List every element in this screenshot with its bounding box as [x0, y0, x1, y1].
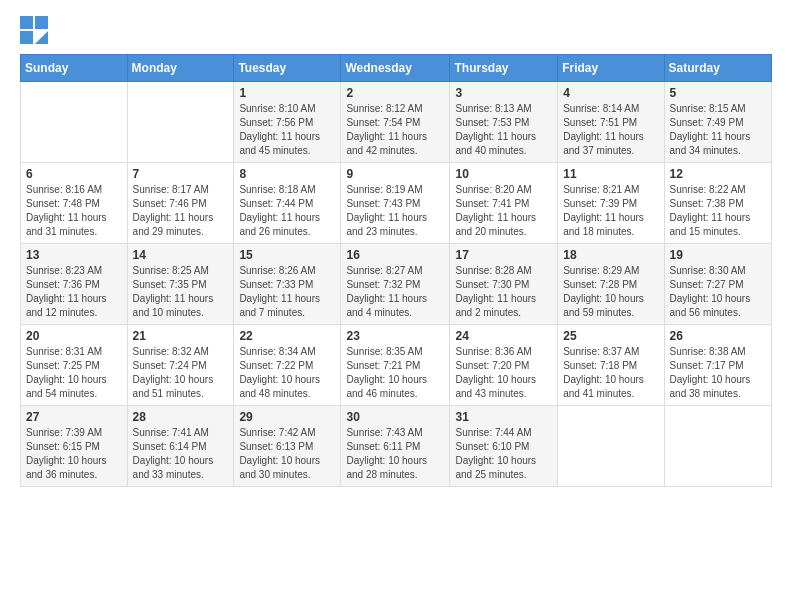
calendar-cell: 29Sunrise: 7:42 AM Sunset: 6:13 PM Dayli…	[234, 406, 341, 487]
calendar-cell	[664, 406, 771, 487]
svg-rect-1	[35, 16, 48, 29]
calendar-cell: 4Sunrise: 8:14 AM Sunset: 7:51 PM Daylig…	[558, 82, 664, 163]
day-info: Sunrise: 8:19 AM Sunset: 7:43 PM Dayligh…	[346, 183, 444, 239]
day-number: 23	[346, 329, 444, 343]
weekday-row: SundayMondayTuesdayWednesdayThursdayFrid…	[21, 55, 772, 82]
weekday-tuesday: Tuesday	[234, 55, 341, 82]
day-info: Sunrise: 8:10 AM Sunset: 7:56 PM Dayligh…	[239, 102, 335, 158]
calendar-cell: 3Sunrise: 8:13 AM Sunset: 7:53 PM Daylig…	[450, 82, 558, 163]
day-number: 30	[346, 410, 444, 424]
day-number: 19	[670, 248, 766, 262]
calendar-cell: 20Sunrise: 8:31 AM Sunset: 7:25 PM Dayli…	[21, 325, 128, 406]
day-info: Sunrise: 8:32 AM Sunset: 7:24 PM Dayligh…	[133, 345, 229, 401]
day-number: 26	[670, 329, 766, 343]
logo-icon	[20, 16, 48, 44]
day-info: Sunrise: 8:22 AM Sunset: 7:38 PM Dayligh…	[670, 183, 766, 239]
day-number: 31	[455, 410, 552, 424]
day-number: 3	[455, 86, 552, 100]
calendar-cell	[558, 406, 664, 487]
day-number: 21	[133, 329, 229, 343]
day-info: Sunrise: 8:26 AM Sunset: 7:33 PM Dayligh…	[239, 264, 335, 320]
calendar-cell: 23Sunrise: 8:35 AM Sunset: 7:21 PM Dayli…	[341, 325, 450, 406]
calendar-header: SundayMondayTuesdayWednesdayThursdayFrid…	[21, 55, 772, 82]
day-number: 4	[563, 86, 658, 100]
day-number: 20	[26, 329, 122, 343]
day-number: 29	[239, 410, 335, 424]
calendar-cell: 7Sunrise: 8:17 AM Sunset: 7:46 PM Daylig…	[127, 163, 234, 244]
calendar-cell: 31Sunrise: 7:44 AM Sunset: 6:10 PM Dayli…	[450, 406, 558, 487]
day-info: Sunrise: 8:15 AM Sunset: 7:49 PM Dayligh…	[670, 102, 766, 158]
day-info: Sunrise: 8:18 AM Sunset: 7:44 PM Dayligh…	[239, 183, 335, 239]
weekday-wednesday: Wednesday	[341, 55, 450, 82]
calendar-cell: 12Sunrise: 8:22 AM Sunset: 7:38 PM Dayli…	[664, 163, 771, 244]
calendar-cell: 25Sunrise: 8:37 AM Sunset: 7:18 PM Dayli…	[558, 325, 664, 406]
day-number: 24	[455, 329, 552, 343]
calendar-cell: 17Sunrise: 8:28 AM Sunset: 7:30 PM Dayli…	[450, 244, 558, 325]
day-number: 18	[563, 248, 658, 262]
day-info: Sunrise: 8:23 AM Sunset: 7:36 PM Dayligh…	[26, 264, 122, 320]
calendar-cell: 2Sunrise: 8:12 AM Sunset: 7:54 PM Daylig…	[341, 82, 450, 163]
day-info: Sunrise: 8:37 AM Sunset: 7:18 PM Dayligh…	[563, 345, 658, 401]
calendar-cell: 13Sunrise: 8:23 AM Sunset: 7:36 PM Dayli…	[21, 244, 128, 325]
svg-rect-2	[20, 31, 33, 44]
svg-rect-0	[20, 16, 33, 29]
day-info: Sunrise: 8:14 AM Sunset: 7:51 PM Dayligh…	[563, 102, 658, 158]
day-number: 15	[239, 248, 335, 262]
calendar-body: 1Sunrise: 8:10 AM Sunset: 7:56 PM Daylig…	[21, 82, 772, 487]
day-number: 2	[346, 86, 444, 100]
day-info: Sunrise: 8:13 AM Sunset: 7:53 PM Dayligh…	[455, 102, 552, 158]
day-info: Sunrise: 8:21 AM Sunset: 7:39 PM Dayligh…	[563, 183, 658, 239]
day-number: 5	[670, 86, 766, 100]
day-info: Sunrise: 8:17 AM Sunset: 7:46 PM Dayligh…	[133, 183, 229, 239]
calendar-cell: 16Sunrise: 8:27 AM Sunset: 7:32 PM Dayli…	[341, 244, 450, 325]
day-number: 8	[239, 167, 335, 181]
day-number: 14	[133, 248, 229, 262]
calendar-week-3: 13Sunrise: 8:23 AM Sunset: 7:36 PM Dayli…	[21, 244, 772, 325]
weekday-monday: Monday	[127, 55, 234, 82]
calendar-cell: 27Sunrise: 7:39 AM Sunset: 6:15 PM Dayli…	[21, 406, 128, 487]
weekday-sunday: Sunday	[21, 55, 128, 82]
day-number: 27	[26, 410, 122, 424]
calendar-cell: 18Sunrise: 8:29 AM Sunset: 7:28 PM Dayli…	[558, 244, 664, 325]
day-info: Sunrise: 7:43 AM Sunset: 6:11 PM Dayligh…	[346, 426, 444, 482]
day-info: Sunrise: 8:31 AM Sunset: 7:25 PM Dayligh…	[26, 345, 122, 401]
calendar-cell: 8Sunrise: 8:18 AM Sunset: 7:44 PM Daylig…	[234, 163, 341, 244]
day-info: Sunrise: 7:39 AM Sunset: 6:15 PM Dayligh…	[26, 426, 122, 482]
day-number: 9	[346, 167, 444, 181]
weekday-thursday: Thursday	[450, 55, 558, 82]
calendar-cell: 28Sunrise: 7:41 AM Sunset: 6:14 PM Dayli…	[127, 406, 234, 487]
day-number: 7	[133, 167, 229, 181]
calendar-cell: 21Sunrise: 8:32 AM Sunset: 7:24 PM Dayli…	[127, 325, 234, 406]
calendar-week-2: 6Sunrise: 8:16 AM Sunset: 7:48 PM Daylig…	[21, 163, 772, 244]
day-info: Sunrise: 7:42 AM Sunset: 6:13 PM Dayligh…	[239, 426, 335, 482]
weekday-saturday: Saturday	[664, 55, 771, 82]
calendar-cell	[127, 82, 234, 163]
logo	[20, 16, 52, 44]
calendar-cell: 15Sunrise: 8:26 AM Sunset: 7:33 PM Dayli…	[234, 244, 341, 325]
day-info: Sunrise: 8:29 AM Sunset: 7:28 PM Dayligh…	[563, 264, 658, 320]
calendar-cell: 22Sunrise: 8:34 AM Sunset: 7:22 PM Dayli…	[234, 325, 341, 406]
day-info: Sunrise: 7:41 AM Sunset: 6:14 PM Dayligh…	[133, 426, 229, 482]
weekday-friday: Friday	[558, 55, 664, 82]
day-number: 28	[133, 410, 229, 424]
day-number: 22	[239, 329, 335, 343]
day-number: 25	[563, 329, 658, 343]
calendar-cell: 26Sunrise: 8:38 AM Sunset: 7:17 PM Dayli…	[664, 325, 771, 406]
day-info: Sunrise: 8:25 AM Sunset: 7:35 PM Dayligh…	[133, 264, 229, 320]
day-info: Sunrise: 8:27 AM Sunset: 7:32 PM Dayligh…	[346, 264, 444, 320]
day-info: Sunrise: 8:28 AM Sunset: 7:30 PM Dayligh…	[455, 264, 552, 320]
calendar-week-5: 27Sunrise: 7:39 AM Sunset: 6:15 PM Dayli…	[21, 406, 772, 487]
day-number: 12	[670, 167, 766, 181]
calendar-cell: 19Sunrise: 8:30 AM Sunset: 7:27 PM Dayli…	[664, 244, 771, 325]
day-info: Sunrise: 8:12 AM Sunset: 7:54 PM Dayligh…	[346, 102, 444, 158]
calendar-cell: 14Sunrise: 8:25 AM Sunset: 7:35 PM Dayli…	[127, 244, 234, 325]
day-number: 11	[563, 167, 658, 181]
day-info: Sunrise: 8:35 AM Sunset: 7:21 PM Dayligh…	[346, 345, 444, 401]
calendar-cell: 5Sunrise: 8:15 AM Sunset: 7:49 PM Daylig…	[664, 82, 771, 163]
day-info: Sunrise: 8:16 AM Sunset: 7:48 PM Dayligh…	[26, 183, 122, 239]
svg-marker-3	[35, 31, 48, 44]
day-number: 1	[239, 86, 335, 100]
day-number: 13	[26, 248, 122, 262]
calendar-cell: 6Sunrise: 8:16 AM Sunset: 7:48 PM Daylig…	[21, 163, 128, 244]
calendar-cell: 24Sunrise: 8:36 AM Sunset: 7:20 PM Dayli…	[450, 325, 558, 406]
